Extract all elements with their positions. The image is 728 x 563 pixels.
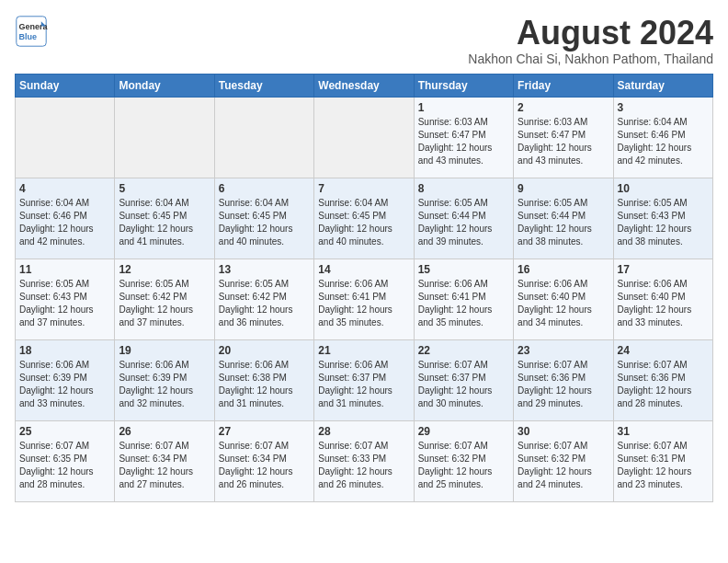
day-info: Sunrise: 6:06 AM Sunset: 6:41 PM Dayligh…	[318, 278, 409, 329]
day-info: Sunrise: 6:06 AM Sunset: 6:37 PM Dayligh…	[318, 359, 409, 410]
day-info: Sunrise: 6:07 AM Sunset: 6:34 PM Dayligh…	[219, 440, 310, 491]
calendar-day: 9Sunrise: 6:05 AM Sunset: 6:44 PM Daylig…	[514, 178, 613, 259]
calendar-day: 21Sunrise: 6:06 AM Sunset: 6:37 PM Dayli…	[314, 339, 414, 420]
calendar-week-4: 18Sunrise: 6:06 AM Sunset: 6:39 PM Dayli…	[16, 339, 713, 420]
calendar-day: 30Sunrise: 6:07 AM Sunset: 6:32 PM Dayli…	[514, 420, 613, 501]
day-number: 27	[219, 425, 310, 438]
day-number: 1	[418, 101, 509, 114]
day-info: Sunrise: 6:05 AM Sunset: 6:44 PM Dayligh…	[518, 197, 609, 248]
calendar-day: 2Sunrise: 6:03 AM Sunset: 6:47 PM Daylig…	[514, 97, 613, 178]
day-number: 31	[618, 425, 709, 438]
day-number: 9	[518, 182, 609, 195]
calendar-day: 18Sunrise: 6:06 AM Sunset: 6:39 PM Dayli…	[16, 339, 115, 420]
weekday-row: Sunday Monday Tuesday Wednesday Thursday…	[16, 74, 713, 97]
day-number: 25	[19, 425, 110, 438]
calendar-day: 31Sunrise: 6:07 AM Sunset: 6:31 PM Dayli…	[613, 420, 712, 501]
day-info: Sunrise: 6:05 AM Sunset: 6:43 PM Dayligh…	[19, 278, 110, 329]
calendar-day	[214, 97, 313, 178]
day-info: Sunrise: 6:04 AM Sunset: 6:45 PM Dayligh…	[119, 197, 210, 248]
day-number: 26	[119, 425, 210, 438]
day-info: Sunrise: 6:03 AM Sunset: 6:47 PM Dayligh…	[418, 116, 509, 167]
day-number: 14	[318, 263, 409, 276]
calendar-body: 1Sunrise: 6:03 AM Sunset: 6:47 PM Daylig…	[16, 97, 713, 501]
header-friday: Friday	[514, 74, 613, 97]
day-number: 29	[418, 425, 509, 438]
day-info: Sunrise: 6:04 AM Sunset: 6:46 PM Dayligh…	[618, 116, 709, 167]
calendar-header: Sunday Monday Tuesday Wednesday Thursday…	[16, 74, 713, 97]
calendar-week-2: 4Sunrise: 6:04 AM Sunset: 6:46 PM Daylig…	[16, 178, 713, 259]
calendar-day: 19Sunrise: 6:06 AM Sunset: 6:39 PM Dayli…	[115, 339, 214, 420]
day-number: 28	[318, 425, 409, 438]
day-info: Sunrise: 6:07 AM Sunset: 6:32 PM Dayligh…	[418, 440, 509, 491]
header-thursday: Thursday	[414, 74, 513, 97]
day-info: Sunrise: 6:05 AM Sunset: 6:43 PM Dayligh…	[618, 197, 709, 248]
day-info: Sunrise: 6:06 AM Sunset: 6:39 PM Dayligh…	[119, 359, 210, 410]
day-number: 30	[518, 425, 609, 438]
svg-text:Blue: Blue	[19, 32, 38, 41]
calendar-day: 7Sunrise: 6:04 AM Sunset: 6:45 PM Daylig…	[314, 178, 414, 259]
logo: General Blue	[15, 15, 48, 48]
day-number: 21	[318, 344, 409, 357]
day-number: 2	[518, 101, 609, 114]
calendar-day: 29Sunrise: 6:07 AM Sunset: 6:32 PM Dayli…	[414, 420, 513, 501]
calendar-week-1: 1Sunrise: 6:03 AM Sunset: 6:47 PM Daylig…	[16, 97, 713, 178]
header-monday: Monday	[115, 74, 214, 97]
day-number: 4	[19, 182, 110, 195]
calendar-day: 11Sunrise: 6:05 AM Sunset: 6:43 PM Dayli…	[16, 259, 115, 339]
day-number: 10	[618, 182, 709, 195]
calendar-day: 28Sunrise: 6:07 AM Sunset: 6:33 PM Dayli…	[314, 420, 414, 501]
day-number: 19	[119, 344, 210, 357]
day-number: 23	[518, 344, 609, 357]
day-number: 13	[219, 263, 310, 276]
calendar-table: Sunday Monday Tuesday Wednesday Thursday…	[15, 74, 713, 502]
header-wednesday: Wednesday	[314, 74, 414, 97]
day-number: 20	[219, 344, 310, 357]
calendar-day: 14Sunrise: 6:06 AM Sunset: 6:41 PM Dayli…	[314, 259, 414, 339]
day-info: Sunrise: 6:06 AM Sunset: 6:39 PM Dayligh…	[19, 359, 110, 410]
calendar-day: 22Sunrise: 6:07 AM Sunset: 6:37 PM Dayli…	[414, 339, 513, 420]
calendar-day: 16Sunrise: 6:06 AM Sunset: 6:40 PM Dayli…	[514, 259, 613, 339]
day-info: Sunrise: 6:07 AM Sunset: 6:31 PM Dayligh…	[618, 440, 709, 491]
day-info: Sunrise: 6:05 AM Sunset: 6:44 PM Dayligh…	[418, 197, 509, 248]
day-info: Sunrise: 6:05 AM Sunset: 6:42 PM Dayligh…	[119, 278, 210, 329]
day-number: 12	[119, 263, 210, 276]
header-sunday: Sunday	[16, 74, 115, 97]
logo-icon: General Blue	[15, 15, 48, 48]
day-info: Sunrise: 6:07 AM Sunset: 6:34 PM Dayligh…	[119, 440, 210, 491]
day-number: 15	[418, 263, 509, 276]
header-saturday: Saturday	[613, 74, 712, 97]
calendar-day: 4Sunrise: 6:04 AM Sunset: 6:46 PM Daylig…	[16, 178, 115, 259]
day-number: 18	[19, 344, 110, 357]
calendar-day: 1Sunrise: 6:03 AM Sunset: 6:47 PM Daylig…	[414, 97, 513, 178]
day-info: Sunrise: 6:04 AM Sunset: 6:46 PM Dayligh…	[19, 197, 110, 248]
calendar-day: 13Sunrise: 6:05 AM Sunset: 6:42 PM Dayli…	[214, 259, 313, 339]
day-number: 11	[19, 263, 110, 276]
day-info: Sunrise: 6:07 AM Sunset: 6:33 PM Dayligh…	[318, 440, 409, 491]
calendar-day: 5Sunrise: 6:04 AM Sunset: 6:45 PM Daylig…	[115, 178, 214, 259]
day-info: Sunrise: 6:06 AM Sunset: 6:38 PM Dayligh…	[219, 359, 310, 410]
day-info: Sunrise: 6:03 AM Sunset: 6:47 PM Dayligh…	[518, 116, 609, 167]
day-number: 6	[219, 182, 310, 195]
day-info: Sunrise: 6:07 AM Sunset: 6:36 PM Dayligh…	[618, 359, 709, 410]
calendar-day	[314, 97, 414, 178]
day-info: Sunrise: 6:05 AM Sunset: 6:42 PM Dayligh…	[219, 278, 310, 329]
calendar-day: 25Sunrise: 6:07 AM Sunset: 6:35 PM Dayli…	[16, 420, 115, 501]
title-area: August 2024 Nakhon Chai Si, Nakhon Patho…	[468, 15, 713, 66]
calendar-day: 27Sunrise: 6:07 AM Sunset: 6:34 PM Dayli…	[214, 420, 313, 501]
day-info: Sunrise: 6:06 AM Sunset: 6:40 PM Dayligh…	[618, 278, 709, 329]
day-info: Sunrise: 6:07 AM Sunset: 6:35 PM Dayligh…	[19, 440, 110, 491]
calendar-title: August 2024	[468, 15, 713, 52]
day-number: 8	[418, 182, 509, 195]
day-number: 17	[618, 263, 709, 276]
calendar-subtitle: Nakhon Chai Si, Nakhon Pathom, Thailand	[468, 52, 713, 66]
calendar-day: 10Sunrise: 6:05 AM Sunset: 6:43 PM Dayli…	[613, 178, 712, 259]
header: General Blue August 2024 Nakhon Chai Si,…	[15, 15, 713, 66]
calendar-day	[115, 97, 214, 178]
day-info: Sunrise: 6:07 AM Sunset: 6:37 PM Dayligh…	[418, 359, 509, 410]
calendar-day: 6Sunrise: 6:04 AM Sunset: 6:45 PM Daylig…	[214, 178, 313, 259]
calendar-day: 26Sunrise: 6:07 AM Sunset: 6:34 PM Dayli…	[115, 420, 214, 501]
day-number: 22	[418, 344, 509, 357]
calendar-day: 24Sunrise: 6:07 AM Sunset: 6:36 PM Dayli…	[613, 339, 712, 420]
day-info: Sunrise: 6:06 AM Sunset: 6:41 PM Dayligh…	[418, 278, 509, 329]
calendar-week-5: 25Sunrise: 6:07 AM Sunset: 6:35 PM Dayli…	[16, 420, 713, 501]
